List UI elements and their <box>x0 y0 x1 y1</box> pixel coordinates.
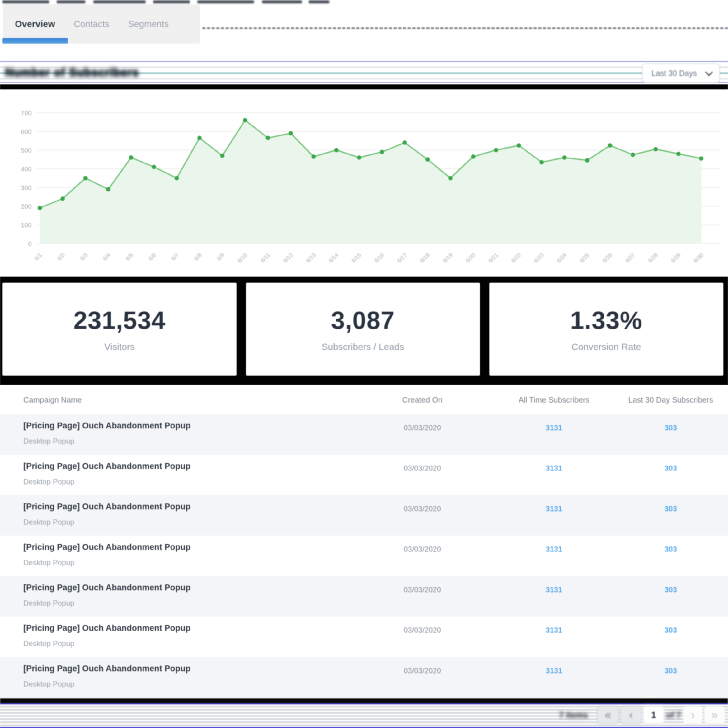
blurred-text-noise <box>202 28 728 29</box>
tab[interactable]: Overview <box>15 19 55 29</box>
svg-text:500: 500 <box>21 147 32 154</box>
all-time-subscribers-link[interactable]: 3131 <box>507 585 601 594</box>
campaign-name[interactable]: [Pricing Page] Ouch Abandonment Popup <box>23 543 191 552</box>
campaign-name[interactable]: [Pricing Page] Ouch Abandonment Popup <box>23 461 191 471</box>
stat-card: 3,087 Subscribers / Leads <box>246 283 480 375</box>
created-on-value: 03/03/2020 <box>377 504 468 513</box>
date-range-dropdown[interactable]: Last 30 Days <box>642 63 720 83</box>
svg-text:6/22: 6/22 <box>510 252 522 264</box>
column-created-on: Created On <box>377 395 468 405</box>
campaign-type: Desktop Popup <box>23 558 191 567</box>
table-row[interactable]: [Pricing Page] Ouch Abandonment Popup De… <box>0 657 728 697</box>
created-on-value: 03/03/2020 <box>377 545 468 553</box>
last-page-button[interactable]: » <box>704 706 725 724</box>
created-on-value: 03/03/2020 <box>377 423 468 432</box>
next-page-button[interactable]: › <box>683 706 703 724</box>
stat-card: 1.33% Conversion Rate <box>489 283 723 375</box>
pagination-bar: 7 items « ‹ 1 of 7 › » <box>0 703 728 728</box>
chevron-down-icon <box>705 68 713 76</box>
page-of-label: of 7 <box>666 711 681 720</box>
table-row[interactable]: [Pricing Page] Ouch Abandonment Popup De… <box>0 414 728 455</box>
table-header: Campaign Name Created On All Time Subscr… <box>0 393 728 408</box>
stat-value: 3,087 <box>331 306 395 335</box>
all-time-subscribers-link[interactable]: 3131 <box>507 464 601 473</box>
campaign-name[interactable]: [Pricing Page] Ouch Abandonment Popup <box>23 664 191 673</box>
svg-text:6/20: 6/20 <box>464 252 477 264</box>
all-time-subscribers-link[interactable]: 3131 <box>507 423 601 432</box>
campaign-name[interactable]: [Pricing Page] Ouch Abandonment Popup <box>23 421 191 431</box>
stat-card: 231,534 Visitors <box>3 283 237 375</box>
table-row[interactable]: [Pricing Page] Ouch Abandonment Popup De… <box>0 495 728 536</box>
separator-band <box>0 699 728 703</box>
current-page-button[interactable]: 1 <box>643 706 664 724</box>
all-time-subscribers-link[interactable]: 3131 <box>507 626 601 635</box>
clipped-text-noise <box>3 0 49 3</box>
svg-text:6/9: 6/9 <box>216 252 226 262</box>
prev-page-button[interactable]: ‹ <box>620 706 642 724</box>
svg-text:6/24: 6/24 <box>555 252 568 264</box>
stat-label: Visitors <box>104 342 135 352</box>
svg-text:6/21: 6/21 <box>488 252 500 264</box>
svg-text:6/5: 6/5 <box>124 252 135 262</box>
svg-text:700: 700 <box>21 109 32 116</box>
svg-text:6/26: 6/26 <box>601 252 613 264</box>
created-on-value: 03/03/2020 <box>377 666 468 675</box>
tab-bar: Overview Contacts Segments <box>3 5 200 44</box>
last-30-day-subscribers-link[interactable]: 303 <box>624 585 717 594</box>
last-30-day-subscribers-link[interactable]: 303 <box>624 504 717 513</box>
svg-text:6/12: 6/12 <box>282 252 294 264</box>
table-row[interactable]: [Pricing Page] Ouch Abandonment Popup De… <box>0 536 728 576</box>
table-row[interactable]: [Pricing Page] Ouch Abandonment Popup De… <box>0 576 728 616</box>
stat-label: Conversion Rate <box>572 342 641 352</box>
svg-text:6/13: 6/13 <box>305 252 317 264</box>
svg-text:6/8: 6/8 <box>193 252 203 262</box>
last-30-day-subscribers-link[interactable]: 303 <box>624 626 717 635</box>
last-30-day-subscribers-link[interactable]: 303 <box>624 464 717 473</box>
table-row[interactable]: [Pricing Page] Ouch Abandonment Popup De… <box>0 616 728 657</box>
svg-text:100: 100 <box>21 221 32 228</box>
last-30-day-subscribers-link[interactable]: 303 <box>624 423 717 432</box>
active-tab-indicator <box>3 38 68 44</box>
tab-label: Segments <box>128 19 169 29</box>
svg-text:6/3: 6/3 <box>79 252 89 262</box>
campaign-name[interactable]: [Pricing Page] Ouch Abandonment Popup <box>23 583 191 593</box>
items-count-label: 7 items <box>559 711 588 720</box>
svg-text:6/23: 6/23 <box>533 252 545 264</box>
last-30-day-subscribers-link[interactable]: 303 <box>624 545 717 553</box>
table-row[interactable]: [Pricing Page] Ouch Abandonment Popup De… <box>0 455 728 495</box>
clipped-text-noise <box>57 0 85 3</box>
svg-text:200: 200 <box>21 203 32 210</box>
svg-text:6/27: 6/27 <box>624 252 636 264</box>
campaign-name[interactable]: [Pricing Page] Ouch Abandonment Popup <box>23 502 191 512</box>
tab[interactable]: Contacts <box>74 19 109 29</box>
clipped-text-noise <box>153 0 190 3</box>
svg-text:600: 600 <box>21 128 32 135</box>
created-on-value: 03/03/2020 <box>377 626 468 635</box>
svg-text:6/14: 6/14 <box>328 252 340 264</box>
chart-title: Number of Subscribers <box>5 66 139 79</box>
svg-text:6/10: 6/10 <box>236 252 248 264</box>
stat-value: 231,534 <box>73 306 165 335</box>
clipped-text-noise <box>262 0 302 3</box>
blur-stripe <box>0 82 728 83</box>
svg-text:6/11: 6/11 <box>260 252 271 264</box>
stat-value: 1.33% <box>570 306 642 335</box>
campaigns-table: [Pricing Page] Ouch Abandonment Popup De… <box>0 414 728 697</box>
last-30-day-subscribers-link[interactable]: 303 <box>624 666 717 675</box>
campaign-type: Desktop Popup <box>23 437 191 446</box>
campaign-name[interactable]: [Pricing Page] Ouch Abandonment Popup <box>23 623 191 633</box>
all-time-subscribers-link[interactable]: 3131 <box>507 666 601 675</box>
analytics-dashboard: Overview Contacts Segments Number of Sub… <box>0 0 728 728</box>
svg-text:400: 400 <box>21 166 32 173</box>
first-page-button[interactable]: « <box>597 706 619 724</box>
blur-stripe <box>0 61 728 62</box>
clipped-text-noise <box>309 0 329 3</box>
tab[interactable]: Segments <box>128 19 169 29</box>
created-on-value: 03/03/2020 <box>377 464 468 473</box>
created-on-value: 03/03/2020 <box>377 585 468 594</box>
all-time-subscribers-link[interactable]: 3131 <box>507 504 601 513</box>
campaign-type: Desktop Popup <box>23 477 191 486</box>
all-time-subscribers-link[interactable]: 3131 <box>507 545 601 553</box>
tab-label: Contacts <box>74 19 109 29</box>
svg-text:6/6: 6/6 <box>147 252 157 262</box>
